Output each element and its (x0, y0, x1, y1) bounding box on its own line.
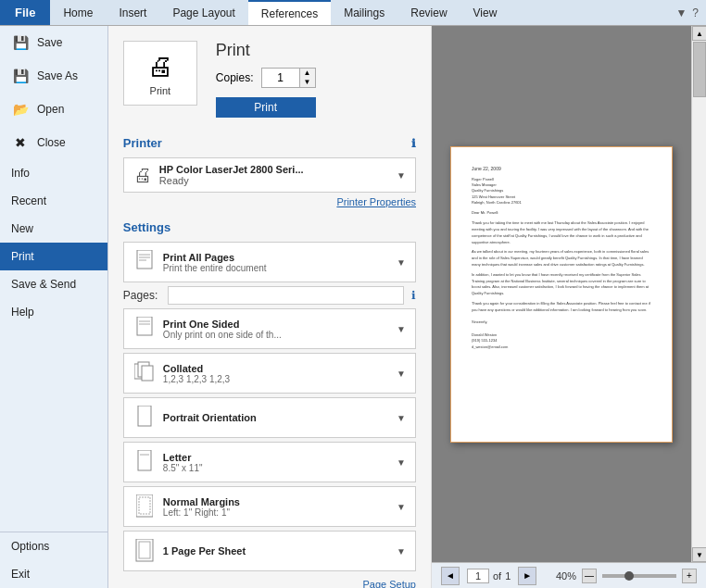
setting-letter-sub: 8.5" x 11" (163, 463, 389, 473)
sidebar-item-new[interactable]: New (0, 215, 107, 243)
setting-print-one-sided-sub: Only print on one side of th... (163, 330, 389, 340)
setting-print-one-sided-main: Print One Sided (163, 319, 389, 330)
tab-insert[interactable]: Insert (106, 0, 159, 25)
next-page-button[interactable]: ► (518, 567, 536, 585)
zoom-in-button[interactable]: + (682, 569, 697, 583)
save-icon: 💾 (11, 33, 30, 52)
setting-collated-sub: 1,2,3 1,2,3 1,2,3 (163, 374, 389, 384)
svg-rect-11 (138, 450, 151, 470)
sidebar-item-save[interactable]: 💾 Save (0, 26, 107, 59)
print-options: Print Copies: ▲ ▼ Print (216, 41, 316, 118)
setting-portrait-arrow: ▼ (397, 413, 406, 423)
zoom-slider[interactable] (602, 574, 676, 578)
printer-section-header: Printer ℹ (123, 136, 416, 150)
close-icon: ✖ (11, 133, 30, 152)
sidebar-item-exit[interactable]: Exit (0, 560, 107, 588)
sidebar-item-open[interactable]: 📂 Open (0, 93, 107, 126)
setting-1-page-per-sheet[interactable]: 1 Page Per Sheet ▼ (123, 531, 416, 571)
collated-icon (133, 359, 156, 387)
sidebar-item-options[interactable]: Options (0, 532, 107, 560)
setting-print-one-sided[interactable]: Print One Sided Only print on one side o… (123, 308, 416, 349)
setting-letter-arrow: ▼ (397, 457, 406, 468)
setting-print-all-pages[interactable]: Print All Pages Print the entire documen… (123, 242, 416, 282)
document-page: June 22, 2009 Roger Powell Sales Manager… (450, 146, 673, 443)
print-one-sided-icon (133, 315, 156, 343)
sidebar-bottom: Options Exit (0, 532, 107, 588)
copies-up-button[interactable]: ▲ (300, 69, 315, 78)
print-execute-button[interactable]: Print (216, 97, 316, 118)
zoom-out-button[interactable]: — (582, 569, 597, 583)
pages-info-icon[interactable]: ℹ (411, 289, 416, 302)
doc-body-para-2: As we talked about in our meeting, my fo… (472, 249, 651, 268)
print-icon-box: 🖨 Print (123, 41, 197, 106)
sidebar-item-info[interactable]: Info (0, 159, 107, 187)
current-page[interactable]: 1 (467, 569, 489, 583)
printer-info-icon[interactable]: ℹ (411, 137, 416, 150)
printer-selector[interactable]: 🖨 HP Color LaserJet 2800 Seri... Ready ▼ (123, 157, 416, 193)
setting-print-all-pages-arrow: ▼ (397, 257, 406, 268)
printer-icon: 🖨 (133, 165, 152, 186)
bottom-bar: ◄ 1 of 1 ► 40% — + (432, 562, 706, 588)
doc-body-para-4: Thank you again for your consideration i… (472, 301, 651, 314)
main-layout: 💾 Save 💾 Save As 📂 Open ✖ Close Info Rec… (0, 26, 706, 588)
setting-1-page-per-sheet-arrow: ▼ (397, 546, 406, 557)
open-icon: 📂 (11, 100, 30, 119)
sidebar-item-save-send[interactable]: Save & Send (0, 270, 107, 298)
print-header: 🖨 Print Print Copies: ▲ ▼ Print (123, 41, 416, 118)
sidebar-item-close[interactable]: ✖ Close (0, 126, 107, 159)
setting-normal-margins[interactable]: Normal Margins Left: 1" Right: 1" ▼ (123, 486, 416, 527)
print-button-label: Print (150, 85, 171, 96)
setting-letter[interactable]: Letter 8.5" x 11" ▼ (123, 442, 416, 482)
prev-page-button[interactable]: ◄ (441, 567, 460, 585)
tab-review[interactable]: Review (397, 0, 460, 25)
setting-print-all-pages-main: Print All Pages (163, 252, 389, 263)
sidebar-menu: 💾 Save 💾 Save As 📂 Open ✖ Close Info Rec… (0, 26, 107, 532)
settings-section-header: Settings (123, 220, 416, 234)
minimize-icon[interactable]: ▼ (675, 6, 687, 19)
tab-mailings[interactable]: Mailings (331, 0, 397, 25)
sidebar-item-help[interactable]: Help (0, 298, 107, 326)
doc-body-para-1: Thank you for taking the time to meet wi… (472, 220, 651, 245)
tab-file[interactable]: File (0, 0, 50, 25)
doc-body-para-3: In addition, I wanted to let you know th… (472, 272, 651, 297)
tab-references[interactable]: References (248, 0, 331, 25)
setting-print-all-pages-sub: Print the entire document (163, 263, 389, 273)
copies-arrows: ▲ ▼ (299, 69, 315, 87)
pages-row: Pages: ℹ (123, 286, 416, 305)
zoom-section: 40% — + (556, 569, 697, 583)
sidebar-item-print[interactable]: Print (0, 243, 107, 270)
printer-details: HP Color LaserJet 2800 Seri... Ready (159, 164, 389, 186)
sidebar-item-recent[interactable]: Recent (0, 187, 107, 215)
scroll-down-arrow[interactable]: ▼ (692, 547, 706, 562)
scroll-thumb[interactable] (693, 42, 706, 97)
page-setup-link[interactable]: Page Setup (123, 579, 416, 588)
print-all-pages-icon (133, 248, 156, 276)
page-indicator: 1 of 1 (467, 569, 511, 583)
doc-recipient: Roger Powell Sales Manager Quality Furni… (472, 177, 651, 206)
copies-spinner: ▲ ▼ (261, 68, 316, 88)
total-pages: 1 (505, 570, 511, 582)
setting-print-one-sided-text: Print One Sided Only print on one side o… (163, 319, 389, 340)
help-icon[interactable]: ? (692, 6, 699, 19)
copies-input[interactable] (262, 69, 299, 86)
setting-collated[interactable]: Collated 1,2,3 1,2,3 1,2,3 ▼ (123, 353, 416, 394)
sidebar-item-save-as[interactable]: 💾 Save As (0, 59, 107, 93)
setting-portrait-text: Portrait Orientation (163, 412, 389, 423)
printer-properties-link[interactable]: Printer Properties (123, 196, 416, 207)
svg-rect-4 (137, 317, 152, 335)
pages-input[interactable] (168, 286, 404, 305)
right-panel: June 22, 2009 Roger Powell Sales Manager… (432, 26, 706, 588)
setting-portrait-orientation[interactable]: Portrait Orientation ▼ (123, 397, 416, 438)
portrait-icon (133, 404, 156, 432)
setting-margins-arrow: ▼ (397, 502, 406, 512)
zoom-thumb[interactable] (624, 571, 634, 581)
svg-rect-0 (137, 250, 152, 269)
tab-home[interactable]: Home (50, 0, 106, 25)
tab-view[interactable]: View (460, 0, 511, 25)
ribbon: File Home Insert Page Layout References … (0, 0, 706, 26)
letter-icon (133, 448, 156, 476)
tab-page-layout[interactable]: Page Layout (159, 0, 247, 25)
scroll-up-arrow[interactable]: ▲ (692, 26, 706, 41)
settings-section: Print All Pages Print the entire documen… (123, 242, 416, 571)
copies-down-button[interactable]: ▼ (300, 78, 315, 87)
